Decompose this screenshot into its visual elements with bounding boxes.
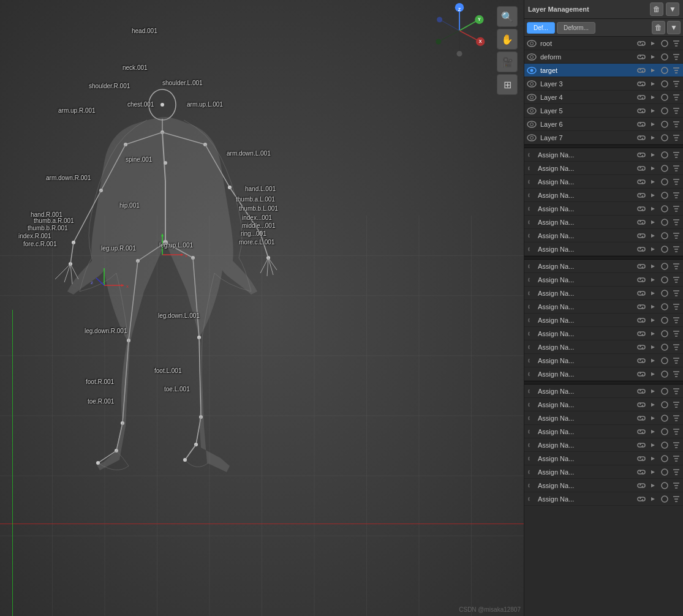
- layer-link-icon-3[interactable]: [636, 78, 647, 89]
- assign-g3-expand-1[interactable]: [526, 399, 535, 411]
- assign-g3-expand-7[interactable]: [526, 479, 535, 492]
- assign-g3-arrow-icon-7[interactable]: [647, 480, 658, 491]
- assign-g2-link-icon-6[interactable]: [636, 342, 647, 353]
- assign-g2-circle-icon-6[interactable]: [659, 342, 670, 353]
- assign-g3-filter-icon-7[interactable]: [671, 480, 682, 491]
- def-tab-btn[interactable]: Def...: [527, 22, 555, 34]
- assign-g2-circle-icon-3[interactable]: [659, 301, 670, 312]
- assign-g2-arrow-icon-2[interactable]: [647, 288, 658, 299]
- toolbar-filter-btn[interactable]: ▼: [667, 21, 681, 34]
- assign-g2-link-icon-8[interactable]: [636, 369, 647, 380]
- assign-g2-filter-icon-3[interactable]: [671, 301, 682, 312]
- assign-g3-expand-8[interactable]: [526, 493, 535, 505]
- assign-g3-arrow-icon-2[interactable]: [647, 413, 658, 424]
- assign-g2-circle-icon-0[interactable]: [659, 261, 670, 272]
- assign-g2-circle-icon-8[interactable]: [659, 369, 670, 380]
- layer-link-icon-1[interactable]: [636, 51, 647, 62]
- assign-g3-arrow-icon-3[interactable]: [647, 426, 658, 437]
- assign-g1-link-icon-6[interactable]: [636, 230, 647, 241]
- assign-g1-item-0[interactable]: Assign Na...: [524, 148, 683, 162]
- assign-g2-link-icon-4[interactable]: [636, 315, 647, 326]
- toolbar-delete-btn[interactable]: 🗑: [652, 21, 665, 34]
- assign-g1-link-icon-1[interactable]: [636, 163, 647, 174]
- assign-g2-arrow-icon-3[interactable]: [647, 301, 658, 312]
- assign-g3-circle-icon-8[interactable]: [659, 494, 670, 505]
- assign-g1-link-icon-3[interactable]: [636, 190, 647, 201]
- assign-g3-circle-icon-5[interactable]: [659, 453, 670, 464]
- assign-g1-item-4[interactable]: Assign Na...: [524, 202, 683, 216]
- assign-g3-item-4[interactable]: Assign Na...: [524, 438, 683, 452]
- assign-g3-item-8[interactable]: Assign Na...: [524, 492, 683, 506]
- assign-g2-link-icon-2[interactable]: [636, 288, 647, 299]
- assign-g2-filter-icon-8[interactable]: [671, 369, 682, 380]
- zoom-tool-btn[interactable]: 🔍: [497, 6, 518, 27]
- assign-g1-arrow-icon-0[interactable]: [647, 149, 658, 160]
- assign-g3-item-2[interactable]: Assign Na...: [524, 411, 683, 425]
- assign-g1-arrow-icon-6[interactable]: [647, 230, 658, 241]
- assign-g2-circle-icon-2[interactable]: [659, 288, 670, 299]
- assign-g2-arrow-icon-4[interactable]: [647, 315, 658, 326]
- assign-g2-link-icon-1[interactable]: [636, 274, 647, 285]
- assign-g1-expand-4[interactable]: [526, 203, 535, 215]
- layer-arrow-icon-2[interactable]: [647, 65, 658, 76]
- assign-g2-item-3[interactable]: Assign Na...: [524, 300, 683, 314]
- assign-g3-item-6[interactable]: Assign Na...: [524, 465, 683, 479]
- assign-g3-circle-icon-4[interactable]: [659, 440, 670, 451]
- layer-filter-icon-2[interactable]: [671, 65, 682, 76]
- assign-g2-expand-3[interactable]: [526, 301, 535, 313]
- hand-tool-btn[interactable]: ✋: [497, 29, 518, 50]
- assign-g2-filter-icon-5[interactable]: [671, 328, 682, 339]
- assign-g3-arrow-icon-8[interactable]: [647, 494, 658, 505]
- assign-g1-circle-icon-1[interactable]: [659, 163, 670, 174]
- assign-g3-item-0[interactable]: Assign Na...: [524, 385, 683, 398]
- assign-g2-arrow-icon-0[interactable]: [647, 261, 658, 272]
- assign-g2-item-5[interactable]: Assign Na...: [524, 327, 683, 340]
- assign-g1-filter-icon-6[interactable]: [671, 230, 682, 241]
- assign-g2-link-icon-7[interactable]: [636, 355, 647, 366]
- named-layer-item-1[interactable]: deform: [524, 50, 683, 64]
- layer-link-icon-0[interactable]: [636, 38, 647, 49]
- assign-g2-link-icon-0[interactable]: [636, 261, 647, 272]
- assign-g3-link-icon-5[interactable]: [636, 453, 647, 464]
- assign-g1-link-icon-2[interactable]: [636, 176, 647, 187]
- layer-circle-icon-0[interactable]: [659, 38, 670, 49]
- layer-arrow-icon-4[interactable]: [647, 92, 658, 103]
- assign-g3-circle-icon-7[interactable]: [659, 480, 670, 491]
- assign-g3-link-icon-2[interactable]: [636, 413, 647, 424]
- assign-g1-link-icon-7[interactable]: [636, 244, 647, 255]
- delete-layer-btn[interactable]: 🗑: [650, 2, 663, 16]
- assign-g2-expand-4[interactable]: [526, 314, 535, 326]
- layer-filter-icon-0[interactable]: [671, 38, 682, 49]
- assign-g1-circle-icon-4[interactable]: [659, 203, 670, 214]
- assign-g2-expand-7[interactable]: [526, 355, 535, 367]
- assign-g1-arrow-icon-1[interactable]: [647, 163, 658, 174]
- assign-g2-arrow-icon-6[interactable]: [647, 342, 658, 353]
- layer-circle-icon-4[interactable]: [659, 92, 670, 103]
- assign-g3-circle-icon-0[interactable]: [659, 386, 670, 397]
- assign-g1-expand-7[interactable]: [526, 243, 535, 255]
- assign-g2-arrow-icon-1[interactable]: [647, 274, 658, 285]
- layer-eye-icon-0[interactable]: [526, 37, 538, 50]
- assign-g3-expand-2[interactable]: [526, 412, 535, 424]
- assign-g3-link-icon-4[interactable]: [636, 440, 647, 451]
- assign-g2-item-8[interactable]: Assign Na...: [524, 367, 683, 381]
- layer-link-icon-4[interactable]: [636, 92, 647, 103]
- layer-circle-icon-6[interactable]: [659, 119, 670, 130]
- layer-filter-icon-3[interactable]: [671, 78, 682, 89]
- assign-g2-link-icon-5[interactable]: [636, 328, 647, 339]
- camera-tool-btn[interactable]: 🎥: [497, 51, 518, 72]
- assign-g1-expand-6[interactable]: [526, 230, 535, 242]
- assign-g2-filter-icon-0[interactable]: [671, 261, 682, 272]
- assign-g3-link-icon-8[interactable]: [636, 494, 647, 505]
- assign-g3-item-3[interactable]: Assign Na...: [524, 425, 683, 438]
- assign-g2-circle-icon-4[interactable]: [659, 315, 670, 326]
- assign-g1-filter-icon-7[interactable]: [671, 244, 682, 255]
- assign-g3-circle-icon-3[interactable]: [659, 426, 670, 437]
- assign-g1-item-1[interactable]: Assign Na...: [524, 162, 683, 175]
- deform-tab-btn[interactable]: Deform...: [557, 22, 595, 34]
- assign-g3-link-icon-0[interactable]: [636, 386, 647, 397]
- filter-btn[interactable]: ▼: [666, 2, 679, 16]
- assign-g3-filter-icon-1[interactable]: [671, 399, 682, 410]
- assign-g1-circle-icon-7[interactable]: [659, 244, 670, 255]
- layer-eye-icon-7[interactable]: [526, 132, 538, 144]
